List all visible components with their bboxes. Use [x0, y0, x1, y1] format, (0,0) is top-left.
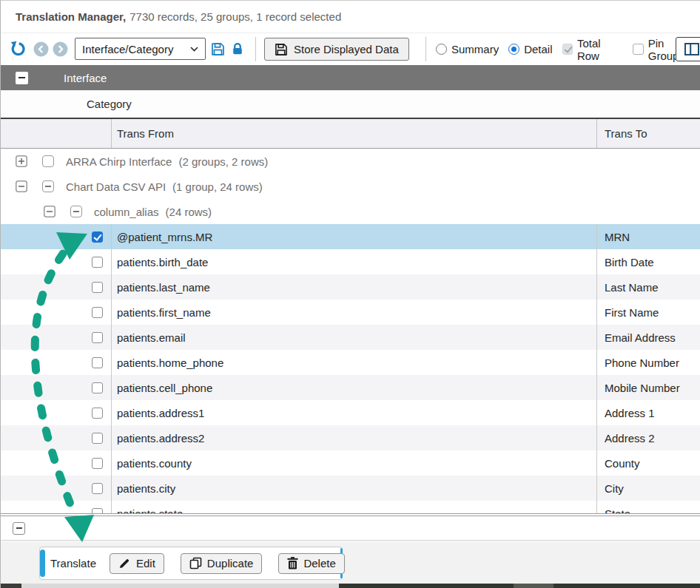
row-checkbox[interactable]	[92, 332, 103, 343]
radio-checked-icon[interactable]	[508, 44, 519, 55]
expand-plus-icon[interactable]	[16, 155, 27, 167]
checkbox-unchecked-icon[interactable]	[633, 44, 643, 55]
trans-from-cell: patients.last_name	[112, 274, 597, 300]
row-checkbox-checked[interactable]	[92, 232, 103, 243]
collapse-minus-icon[interactable]	[44, 206, 55, 217]
row-checkbox[interactable]	[92, 357, 103, 368]
trash-icon	[287, 557, 298, 570]
row-checkbox[interactable]	[92, 257, 103, 268]
group-checkbox-indeterminate[interactable]	[42, 180, 54, 192]
desktop-strip	[1, 584, 700, 588]
table-row[interactable]: patients.county County	[1, 450, 700, 476]
store-floppy-icon	[275, 43, 288, 56]
trans-to-cell: MRN	[597, 224, 700, 249]
save-icon	[211, 42, 225, 56]
table-row[interactable]: patients.first_name First Name	[1, 300, 700, 325]
row-checkbox[interactable]	[92, 282, 103, 293]
category-group-header: Category	[1, 90, 700, 119]
trans-to-cell: Email Address	[597, 325, 700, 350]
trans-from-column-header[interactable]: Trans From	[112, 119, 597, 148]
table-row[interactable]: patients.state State	[1, 501, 700, 514]
interface-header-label: Interface	[64, 72, 107, 84]
detail-radio-option[interactable]: Detail	[508, 43, 552, 55]
duplicate-button[interactable]: Duplicate	[181, 553, 263, 574]
view-mode-dropdown[interactable]: Interface/Category	[75, 38, 206, 60]
undo-icon	[10, 41, 27, 57]
trans-to-cell: Mobile Number	[597, 375, 700, 400]
view-mode-value: Interface/Category	[82, 43, 173, 55]
lock-view-button[interactable]	[231, 42, 244, 55]
trans-to-cell: County	[597, 450, 700, 476]
table-row[interactable]: patients.email Email Address	[1, 325, 700, 350]
back-button[interactable]	[33, 41, 49, 57]
trans-from-cell: @patient_mrns.MR	[112, 224, 597, 249]
row-checkbox[interactable]	[92, 408, 103, 419]
summary-radio-label: Summary	[451, 43, 499, 55]
group-row-chart-data-csv-api[interactable]: Chart Data CSV API (1 group, 24 rows)	[1, 174, 700, 199]
trans-to-header-label: Trans To	[605, 127, 647, 140]
table-row[interactable]: patients.city City	[1, 476, 700, 501]
chevron-down-icon	[190, 47, 198, 52]
table-row[interactable]: patients.birth_date Birth Date	[1, 249, 700, 274]
group-row-arra-chirp[interactable]: ARRA Chirp Interface (2 groups, 2 rows)	[1, 149, 700, 174]
page-title: Translation Manager,	[16, 10, 126, 23]
radio-unchecked-icon[interactable]	[436, 44, 447, 55]
trans-to-cell: Address 1	[597, 400, 700, 425]
undo-button[interactable]	[10, 41, 27, 57]
trans-from-cell: patients.state	[112, 501, 597, 514]
trans-to-column-header[interactable]: Trans To	[597, 119, 700, 148]
detail-panel: Translate Edit Duplicate	[1, 541, 700, 584]
group-checkbox-indeterminate[interactable]	[70, 206, 82, 217]
column-layout-button[interactable]	[676, 37, 700, 61]
group-row-column-alias[interactable]: column_alias (24 rows)	[1, 199, 700, 224]
row-checkbox[interactable]	[92, 433, 103, 444]
row-checkbox[interactable]	[92, 483, 103, 494]
total-row-label: Total Row	[577, 37, 624, 62]
table-row[interactable]: patients.home_phone Phone Number	[1, 350, 700, 375]
total-row-checkbox-option[interactable]: Total Row	[562, 37, 624, 62]
trans-from-cell: patients.home_phone	[112, 350, 597, 375]
row-checkbox[interactable]	[92, 382, 103, 393]
pencil-icon	[118, 557, 131, 570]
trans-from-cell: patients.county	[112, 450, 597, 476]
action-buttons: Edit Duplicate	[110, 547, 345, 579]
toolbar-separator	[255, 37, 256, 61]
record-count-summary: 7730 records, 25 groups, 1 record select…	[129, 10, 341, 23]
delete-button[interactable]: Delete	[278, 553, 344, 574]
row-checkbox[interactable]	[92, 307, 103, 318]
title-bar: Translation Manager, 7730 records, 25 gr…	[1, 1, 700, 33]
table-row[interactable]: patients.address1 Address 1	[1, 400, 700, 425]
duplicate-button-label: Duplicate	[207, 557, 254, 570]
table-row[interactable]: patients.cell_phone Mobile Number	[1, 375, 700, 400]
collapse-minus-icon[interactable]	[16, 180, 27, 192]
category-header-label: Category	[87, 98, 132, 110]
interface-group-header: Interface	[1, 65, 700, 90]
panel-accent-bar	[40, 550, 45, 577]
group-label: ARRA Chirp Interface	[66, 155, 172, 168]
trans-from-cell: patients.cell_phone	[112, 375, 597, 400]
collapse-all-icon[interactable]	[16, 72, 28, 84]
collapse-panel-icon[interactable]	[13, 522, 25, 535]
forward-button[interactable]	[53, 41, 68, 57]
save-view-button[interactable]	[211, 42, 225, 56]
summary-radio-option[interactable]: Summary	[436, 43, 499, 55]
chevron-left-circle-icon	[33, 41, 49, 57]
group-count: (1 group, 24 rows)	[172, 180, 263, 193]
translate-action-panel: Translate Edit Duplicate	[39, 547, 343, 580]
store-displayed-data-button[interactable]: Store Displayed Data	[264, 38, 409, 61]
table-row-selected[interactable]: @patient_mrns.MR MRN	[1, 224, 700, 249]
table-row[interactable]: patients.address2 Address 2	[1, 425, 700, 450]
group-checkbox[interactable]	[42, 155, 54, 167]
group-count: (2 groups, 2 rows)	[178, 155, 268, 168]
table-row[interactable]: patients.last_name Last Name	[1, 274, 700, 300]
translate-group-label: Translate	[50, 547, 96, 579]
trans-from-cell: patients.address1	[112, 400, 597, 425]
row-checkbox[interactable]	[92, 458, 103, 469]
trans-to-cell: Last Name	[597, 274, 700, 300]
delete-button-label: Delete	[303, 557, 335, 570]
trans-to-cell: Phone Number	[597, 350, 700, 375]
trans-from-cell: patients.email	[112, 325, 597, 350]
column-header-row: Trans From Trans To	[1, 119, 700, 149]
edit-button[interactable]: Edit	[110, 553, 164, 574]
edit-button-label: Edit	[136, 557, 155, 570]
